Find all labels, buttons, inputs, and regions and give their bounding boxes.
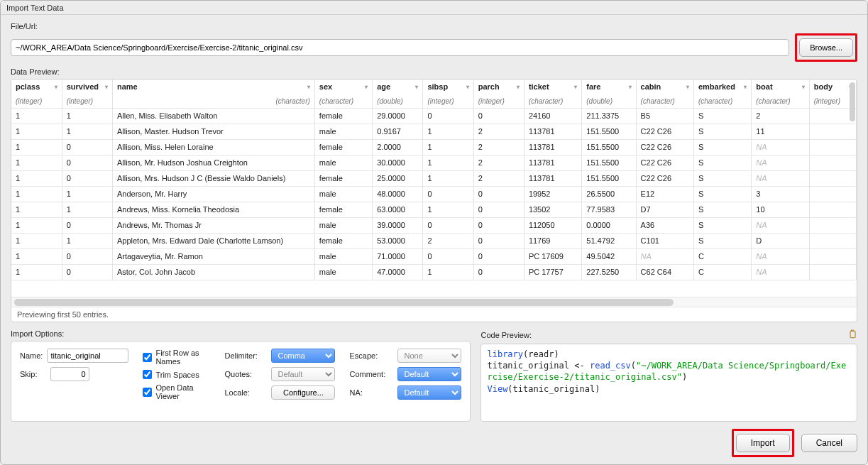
cell-sex: female xyxy=(314,170,372,186)
trim-spaces-checkbox[interactable]: Trim Spaces xyxy=(143,370,210,379)
locale-label: Locale: xyxy=(224,388,267,397)
cell-age: 0.9167 xyxy=(373,124,423,139)
cell-fare: 227.5250 xyxy=(582,264,636,280)
quotes-label: Quotes: xyxy=(224,370,267,378)
code-preview-box[interactable]: library(readr) titanic_original <- read_… xyxy=(480,344,857,422)
cell-embarked: S xyxy=(693,124,751,139)
cell-boat: 2 xyxy=(752,108,809,124)
cell-age: 39.0000 xyxy=(373,217,423,233)
data-preview-scroll[interactable]: pclass▾(integer)survived▾(integer)name▾(… xyxy=(11,80,857,297)
column-header-ticket[interactable]: ticket▾(character) xyxy=(524,80,581,108)
browse-highlight: Browse... xyxy=(795,33,857,62)
open-data-viewer-checkbox-input[interactable] xyxy=(143,388,152,397)
cell-parch: 0 xyxy=(473,233,524,248)
cell-sex: female xyxy=(314,202,372,217)
column-type-menu-icon[interactable]: ▾ xyxy=(365,84,368,90)
cell-age: 53.0000 xyxy=(373,233,423,248)
column-type-menu-icon[interactable]: ▾ xyxy=(744,84,747,90)
column-header-survived[interactable]: survived▾(integer) xyxy=(62,80,112,108)
cell-pclass: 1 xyxy=(11,217,62,233)
horizontal-scroll-thumb[interactable] xyxy=(14,299,674,306)
column-type-menu-icon[interactable]: ▾ xyxy=(466,84,469,90)
cell-ticket: 19952 xyxy=(524,186,581,202)
first-row-checkbox-input[interactable] xyxy=(143,353,152,362)
cell-fare: 0.0000 xyxy=(582,217,636,233)
column-header-pclass[interactable]: pclass▾(integer) xyxy=(11,80,62,108)
comment-select[interactable]: Default xyxy=(397,367,461,381)
table-row: 10Allison, Miss. Helen Lorainefemale2.00… xyxy=(11,139,857,155)
cell-boat: NA xyxy=(752,139,809,155)
column-type-menu-icon[interactable]: ▾ xyxy=(686,84,689,90)
cell-name: Andrews, Mr. Thomas Jr xyxy=(112,217,314,233)
cell-cabin: B5 xyxy=(636,108,693,124)
cell-survived: 0 xyxy=(62,139,112,155)
cell-embarked: S xyxy=(693,217,751,233)
browse-button[interactable]: Browse... xyxy=(799,38,853,57)
trim-spaces-checkbox-input[interactable] xyxy=(143,370,152,379)
cell-pclass: 1 xyxy=(11,155,62,170)
quotes-select[interactable]: Default xyxy=(271,367,335,381)
escape-select[interactable]: None xyxy=(397,349,461,363)
cell-sibsp: 1 xyxy=(423,264,473,280)
cancel-button[interactable]: Cancel xyxy=(801,434,857,452)
column-header-sibsp[interactable]: sibsp▾(integer) xyxy=(423,80,473,108)
na-select[interactable]: Default xyxy=(397,385,461,400)
cell-parch: 0 xyxy=(473,186,524,202)
column-type-menu-icon[interactable]: ▾ xyxy=(629,84,632,90)
column-type-menu-icon[interactable]: ▾ xyxy=(105,84,108,90)
column-type-menu-icon[interactable]: ▾ xyxy=(802,84,805,90)
cell-ticket: PC 17609 xyxy=(524,248,581,264)
column-header-embarked[interactable]: embarked▾(character) xyxy=(693,80,751,108)
cell-embarked: S xyxy=(693,139,751,155)
delimiter-select[interactable]: Comma xyxy=(271,349,335,363)
column-header-parch[interactable]: parch▾(integer) xyxy=(473,80,524,108)
column-type-menu-icon[interactable]: ▾ xyxy=(415,84,418,90)
horizontal-scrollbar[interactable] xyxy=(11,297,857,307)
column-header-sex[interactable]: sex▾(character) xyxy=(314,80,372,108)
cell-sibsp: 0 xyxy=(423,217,473,233)
open-data-viewer-checkbox[interactable]: Open Data Viewer xyxy=(143,383,210,400)
cell-age: 48.0000 xyxy=(373,186,423,202)
preview-footer: Previewing first 50 entries. xyxy=(11,307,857,322)
column-type-menu-icon[interactable]: ▾ xyxy=(574,84,577,90)
cell-ticket: 112050 xyxy=(524,217,581,233)
column-header-cabin[interactable]: cabin▾(character) xyxy=(636,80,693,108)
skip-label: Skip: xyxy=(20,370,37,378)
cell-parch: 2 xyxy=(473,155,524,170)
first-row-checkbox[interactable]: First Row as Names xyxy=(143,349,210,366)
cell-embarked: S xyxy=(693,186,751,202)
column-header-age[interactable]: age▾(double) xyxy=(373,80,423,108)
code-preview-label: Code Preview: xyxy=(480,331,532,339)
cell-name: Allison, Mr. Hudson Joshua Creighton xyxy=(112,155,314,170)
column-type-menu-icon[interactable]: ▾ xyxy=(307,84,310,90)
cell-survived: 0 xyxy=(62,248,112,264)
cell-survived: 1 xyxy=(62,108,112,124)
name-input[interactable] xyxy=(47,349,128,363)
cell-parch: 0 xyxy=(473,217,524,233)
cell-survived: 1 xyxy=(62,186,112,202)
window-content: File/Url: Browse... Data Preview: pclass… xyxy=(1,15,867,464)
file-url-input[interactable] xyxy=(11,39,789,56)
vertical-scroll-thumb[interactable] xyxy=(850,82,855,121)
import-button[interactable]: Import xyxy=(736,434,790,452)
column-type-menu-icon[interactable]: ▾ xyxy=(517,84,520,90)
cell-sex: male xyxy=(314,217,372,233)
skip-input[interactable] xyxy=(50,367,89,381)
locale-configure-button[interactable]: Configure... xyxy=(271,385,335,400)
cell-fare: 151.5500 xyxy=(582,124,636,139)
cell-survived: 0 xyxy=(62,264,112,280)
copy-code-icon[interactable] xyxy=(847,329,857,341)
cell-boat: NA xyxy=(752,155,809,170)
cell-cabin: C22 C26 xyxy=(636,139,693,155)
column-type-menu-icon[interactable]: ▾ xyxy=(55,84,57,90)
cell-pclass: 1 xyxy=(11,124,62,139)
column-header-name[interactable]: name▾(character) xyxy=(112,80,314,108)
cell-parch: 2 xyxy=(473,170,524,186)
column-header-boat[interactable]: boat▾(character) xyxy=(752,80,809,108)
file-url-label: File/Url: xyxy=(11,22,857,31)
cell-cabin: C22 C26 xyxy=(636,124,693,139)
cell-survived: 0 xyxy=(62,170,112,186)
column-header-fare[interactable]: fare▾(double) xyxy=(582,80,636,108)
vertical-scrollbar[interactable] xyxy=(848,81,855,295)
table-row: 11Andrews, Miss. Kornelia Theodosiafemal… xyxy=(11,202,857,217)
